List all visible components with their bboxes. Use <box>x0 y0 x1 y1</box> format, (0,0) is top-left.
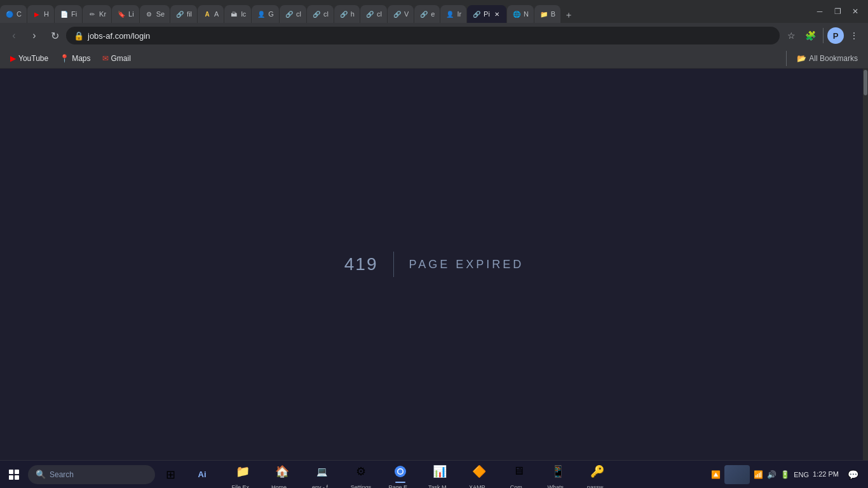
taskbar-app-home[interactable]: 🏠 Home ... <box>263 458 301 489</box>
tab-4[interactable]: ✏ Kr <box>83 5 111 23</box>
tab-17-icon: 👤 <box>445 10 454 18</box>
taskbar-app-whatsapp-label: Whats... <box>547 484 568 489</box>
taskbar-app-cmd[interactable]: 🖥 Com... <box>499 458 538 489</box>
profile-button[interactable]: P <box>827 27 844 44</box>
svg-point-2 <box>398 469 403 473</box>
taskbar-app-whatsapp[interactable]: 📱 Whats... <box>539 458 577 489</box>
all-bookmarks-label: All Bookmarks <box>809 54 858 63</box>
error-code: 419 <box>344 254 378 274</box>
tab-19-label: N <box>524 10 529 18</box>
settings-icon: ⚙ <box>348 459 374 484</box>
system-tray: 🔼 📶 🔊 🔋 ENG 1:22 PM 💬 <box>706 464 868 485</box>
tab-16-label: e <box>431 10 435 18</box>
error-divider <box>393 252 394 277</box>
tray-expand-icon[interactable]: 🔼 <box>711 470 721 479</box>
taskbar-search-bar[interactable]: 🔍 Search <box>28 465 155 484</box>
tab-18[interactable]: 🔗 Pi ✕ <box>467 5 506 23</box>
tab-9-icon: 🏔 <box>229 10 238 18</box>
extension-puzzle-button[interactable]: 🧩 <box>801 27 819 44</box>
tab-2[interactable]: ▶ H <box>27 5 54 23</box>
minimize-button[interactable]: ─ <box>812 4 827 19</box>
bookmark-gmail[interactable]: ✉ Gmail <box>97 51 136 66</box>
battery-icon[interactable]: 🔋 <box>780 470 790 479</box>
tab-16-icon: 🔗 <box>419 10 428 18</box>
tab-3[interactable]: 📄 Fi <box>55 5 82 23</box>
taskbar-apps: 📁 File Ex... 🏠 Home ... 💻 .env - f... ⚙ … <box>221 458 706 489</box>
maximize-button[interactable]: ❐ <box>830 4 845 19</box>
tab-2-icon: ▶ <box>32 10 41 18</box>
tab-7-label: fil <box>187 10 192 18</box>
lock-icon: 🔒 <box>74 31 84 41</box>
notification-button[interactable]: 💬 <box>843 464 863 485</box>
tab-19[interactable]: 🌐 N <box>507 5 534 23</box>
taskbar-app-settings-label: Settings <box>351 484 372 489</box>
tab-13[interactable]: 🔗 h <box>334 5 360 23</box>
toolbar-divider <box>823 28 824 43</box>
ai-button[interactable]: Ai <box>183 461 221 489</box>
tab-15[interactable]: 🔗 V <box>388 5 414 23</box>
tab-10[interactable]: 👤 G <box>252 5 279 23</box>
forward-button[interactable]: › <box>25 27 43 44</box>
menu-button[interactable]: ⋮ <box>845 27 863 44</box>
bookmarks-right: 📂 All Bookmarks <box>783 51 863 66</box>
tab-11[interactable]: 🔗 cl <box>280 5 306 23</box>
tab-18-close[interactable]: ✕ <box>492 10 501 18</box>
tab-10-label: G <box>268 10 274 18</box>
taskbar-app-settings[interactable]: ⚙ Settings <box>342 458 380 489</box>
back-button[interactable]: ‹ <box>5 27 23 44</box>
close-button[interactable]: ✕ <box>848 4 863 19</box>
tab-5[interactable]: 🔖 Li <box>112 5 139 23</box>
maps-icon: 📍 <box>60 54 69 63</box>
address-bar[interactable]: 🔒 jobs-af.com/login <box>66 27 780 44</box>
tab-14[interactable]: 🔗 cl <box>360 5 387 23</box>
hidden-apps-preview[interactable] <box>724 465 750 484</box>
taskbar-app-file-explorer[interactable]: 📁 File Ex... <box>224 458 262 489</box>
bookmark-star-button[interactable]: ☆ <box>782 27 800 44</box>
cmd-icon: 🖥 <box>506 459 531 484</box>
file-explorer-icon: 📁 <box>230 459 255 484</box>
system-clock[interactable]: 1:22 PM <box>813 470 839 479</box>
volume-icon[interactable]: 🔊 <box>767 470 776 479</box>
tab-15-icon: 🔗 <box>393 10 402 18</box>
taskbar-app-env[interactable]: 💻 .env - f... <box>302 458 341 489</box>
tab-5-icon: 🔖 <box>117 10 126 18</box>
task-view-button[interactable]: ⊞ <box>158 462 183 487</box>
scrollbar[interactable] <box>863 69 868 460</box>
tab-14-icon: 🔗 <box>365 10 374 18</box>
tab-7-icon: 🔗 <box>175 10 184 18</box>
tab-12[interactable]: 🔗 cl <box>307 5 334 23</box>
search-icon: 🔍 <box>36 470 46 479</box>
bookmark-youtube[interactable]: ▶ YouTube <box>5 51 53 66</box>
bookmark-maps[interactable]: 📍 Maps <box>55 51 95 66</box>
tab-17[interactable]: 👤 Ir <box>440 5 466 23</box>
tab-16[interactable]: 🔗 e <box>414 5 440 23</box>
taskbar-app-taskmanager[interactable]: 📊 Task M... <box>421 458 459 489</box>
taskbar-app-password[interactable]: 🔑 passw... <box>578 458 616 489</box>
tab-9[interactable]: 🏔 lc <box>224 5 251 23</box>
language-indicator[interactable]: ENG <box>794 471 809 478</box>
tab-8-label: A <box>214 10 219 18</box>
taskbar-search-label: Search <box>50 470 74 479</box>
tab-20-label: B <box>551 10 555 18</box>
taskbar-app-xampp[interactable]: 🔶 XAMP... <box>460 458 498 489</box>
taskbar-app-chrome[interactable]: Page E... <box>381 458 419 489</box>
new-tab-button[interactable]: ＋ <box>561 8 576 23</box>
tab-7[interactable]: 🔗 fil <box>170 5 197 23</box>
tab-8[interactable]: A A <box>198 5 224 23</box>
taskbar-app-taskmanager-label: Task M... <box>428 484 451 489</box>
network-icon[interactable]: 📶 <box>754 470 763 479</box>
url-text: jobs-af.com/login <box>88 31 772 41</box>
toolbar-right: ☆ 🧩 P ⋮ <box>782 27 863 44</box>
tab-10-icon: 👤 <box>257 10 266 18</box>
tab-12-label: cl <box>323 10 329 18</box>
bookmarks-folder-icon: 📂 <box>797 54 806 63</box>
tab-1[interactable]: 🔵 C <box>0 5 27 23</box>
all-bookmarks-button[interactable]: 📂 All Bookmarks <box>792 54 863 63</box>
reload-button[interactable]: ↻ <box>46 27 64 44</box>
taskbar-app-home-label: Home ... <box>271 484 293 489</box>
tab-18-label: Pi <box>484 10 490 18</box>
tab-6[interactable]: ⚙ Se <box>140 5 170 23</box>
task-manager-icon: 📊 <box>427 459 452 484</box>
start-button[interactable] <box>0 461 28 489</box>
tab-20[interactable]: 📁 B <box>534 5 560 23</box>
